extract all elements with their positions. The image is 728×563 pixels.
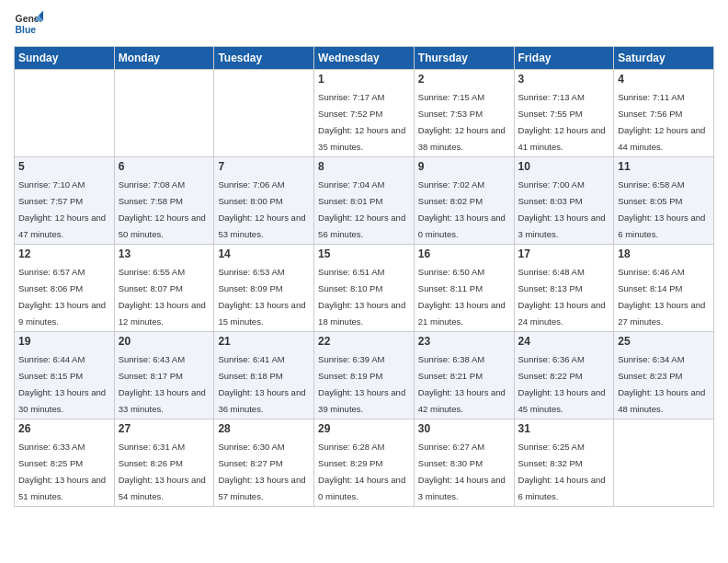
day-cell: 27 Sunrise: 6:31 AMSunset: 8:26 PMDaylig… [114,419,214,507]
weekday-header-monday: Monday [114,47,214,70]
day-info: Sunrise: 6:55 AMSunset: 8:07 PMDaylight:… [119,267,206,327]
day-info: Sunrise: 6:36 AMSunset: 8:22 PMDaylight:… [518,354,606,414]
day-number: 4 [618,73,710,86]
weekday-header-row: SundayMondayTuesdayWednesdayThursdayFrid… [15,47,714,70]
weekday-header-friday: Friday [514,47,614,70]
day-cell: 28 Sunrise: 6:30 AMSunset: 8:27 PMDaylig… [214,419,314,507]
day-number: 10 [518,160,610,173]
day-cell: 14 Sunrise: 6:53 AMSunset: 8:09 PMDaylig… [214,245,314,332]
day-info: Sunrise: 7:11 AMSunset: 7:56 PMDaylight:… [618,92,705,152]
day-number: 9 [418,160,510,173]
day-number: 22 [318,335,410,348]
day-cell: 4 Sunrise: 7:11 AMSunset: 7:56 PMDayligh… [614,70,714,157]
day-number: 3 [518,73,610,86]
logo: General Blue [14,9,43,39]
day-cell [214,70,314,157]
day-info: Sunrise: 6:39 AMSunset: 8:19 PMDaylight:… [318,354,405,414]
day-info: Sunrise: 6:31 AMSunset: 8:26 PMDaylight:… [119,442,206,501]
day-cell [114,70,214,157]
day-info: Sunrise: 6:46 AMSunset: 8:14 PMDaylight:… [618,267,705,327]
day-info: Sunrise: 6:30 AMSunset: 8:27 PMDaylight:… [218,442,305,501]
day-number: 14 [218,247,310,260]
day-info: Sunrise: 7:04 AMSunset: 8:01 PMDaylight:… [318,179,405,239]
day-info: Sunrise: 6:58 AMSunset: 8:05 PMDaylight:… [618,179,705,239]
day-number: 31 [518,422,610,435]
header: General Blue [14,9,714,39]
day-number: 13 [119,247,210,260]
day-number: 7 [218,160,310,173]
day-cell: 20 Sunrise: 6:43 AMSunset: 8:17 PMDaylig… [114,332,214,419]
day-cell: 23 Sunrise: 6:38 AMSunset: 8:21 PMDaylig… [414,332,514,419]
day-cell: 3 Sunrise: 7:13 AMSunset: 7:55 PMDayligh… [514,70,614,157]
day-cell: 19 Sunrise: 6:44 AMSunset: 8:15 PMDaylig… [15,332,115,419]
day-cell: 29 Sunrise: 6:28 AMSunset: 8:29 PMDaylig… [314,419,415,507]
day-number: 16 [418,247,510,260]
day-number: 12 [18,247,110,260]
week-row-4: 19 Sunrise: 6:44 AMSunset: 8:15 PMDaylig… [15,332,714,419]
day-cell: 18 Sunrise: 6:46 AMSunset: 8:14 PMDaylig… [614,245,714,332]
day-number: 23 [418,335,510,348]
day-info: Sunrise: 7:06 AMSunset: 8:00 PMDaylight:… [218,179,305,239]
day-cell [614,419,714,507]
day-cell: 12 Sunrise: 6:57 AMSunset: 8:06 PMDaylig… [15,245,115,332]
day-cell [15,70,115,157]
day-info: Sunrise: 6:44 AMSunset: 8:15 PMDaylight:… [18,354,106,414]
week-row-1: 1 Sunrise: 7:17 AMSunset: 7:52 PMDayligh… [15,70,714,157]
day-info: Sunrise: 6:34 AMSunset: 8:23 PMDaylight:… [618,354,705,414]
day-cell: 24 Sunrise: 6:36 AMSunset: 8:22 PMDaylig… [514,332,614,419]
day-cell: 15 Sunrise: 6:51 AMSunset: 8:10 PMDaylig… [314,245,415,332]
day-info: Sunrise: 7:17 AMSunset: 7:52 PMDaylight:… [318,92,405,152]
day-number: 1 [318,73,410,86]
day-number: 2 [418,73,510,86]
day-number: 21 [218,335,310,348]
logo-icon: General Blue [14,9,43,39]
day-info: Sunrise: 7:02 AMSunset: 8:02 PMDaylight:… [418,179,506,239]
day-cell: 31 Sunrise: 6:25 AMSunset: 8:32 PMDaylig… [514,419,614,507]
day-cell: 8 Sunrise: 7:04 AMSunset: 8:01 PMDayligh… [314,157,415,245]
weekday-header-tuesday: Tuesday [214,47,314,70]
day-cell: 22 Sunrise: 6:39 AMSunset: 8:19 PMDaylig… [314,332,415,419]
day-info: Sunrise: 6:41 AMSunset: 8:18 PMDaylight:… [218,354,305,414]
day-info: Sunrise: 6:57 AMSunset: 8:06 PMDaylight:… [18,267,106,327]
day-cell: 9 Sunrise: 7:02 AMSunset: 8:02 PMDayligh… [414,157,514,245]
week-row-3: 12 Sunrise: 6:57 AMSunset: 8:06 PMDaylig… [15,245,714,332]
weekday-header-sunday: Sunday [15,47,115,70]
day-info: Sunrise: 7:08 AMSunset: 7:58 PMDaylight:… [119,179,206,239]
day-info: Sunrise: 6:53 AMSunset: 8:09 PMDaylight:… [218,267,305,327]
day-cell: 21 Sunrise: 6:41 AMSunset: 8:18 PMDaylig… [214,332,314,419]
day-number: 24 [518,335,610,348]
day-info: Sunrise: 6:25 AMSunset: 8:32 PMDaylight:… [518,442,606,501]
day-number: 20 [119,335,210,348]
day-info: Sunrise: 7:15 AMSunset: 7:53 PMDaylight:… [418,92,506,152]
day-info: Sunrise: 6:28 AMSunset: 8:29 PMDaylight:… [318,442,405,501]
day-number: 27 [119,422,210,435]
day-cell: 17 Sunrise: 6:48 AMSunset: 8:13 PMDaylig… [514,245,614,332]
day-info: Sunrise: 6:50 AMSunset: 8:11 PMDaylight:… [418,267,506,327]
day-info: Sunrise: 6:27 AMSunset: 8:30 PMDaylight:… [418,442,506,501]
day-cell: 7 Sunrise: 7:06 AMSunset: 8:00 PMDayligh… [214,157,314,245]
svg-text:Blue: Blue [16,25,37,35]
weekday-header-saturday: Saturday [614,47,714,70]
day-info: Sunrise: 6:33 AMSunset: 8:25 PMDaylight:… [18,442,106,501]
day-info: Sunrise: 7:10 AMSunset: 7:57 PMDaylight:… [18,179,106,239]
day-number: 25 [618,335,710,348]
day-cell: 25 Sunrise: 6:34 AMSunset: 8:23 PMDaylig… [614,332,714,419]
day-info: Sunrise: 6:43 AMSunset: 8:17 PMDaylight:… [119,354,206,414]
day-cell: 10 Sunrise: 7:00 AMSunset: 8:03 PMDaylig… [514,157,614,245]
day-info: Sunrise: 6:51 AMSunset: 8:10 PMDaylight:… [318,267,405,327]
day-number: 17 [518,247,610,260]
day-cell: 16 Sunrise: 6:50 AMSunset: 8:11 PMDaylig… [414,245,514,332]
weekday-header-thursday: Thursday [414,47,514,70]
day-number: 28 [218,422,310,435]
day-number: 19 [18,335,110,348]
day-number: 29 [318,422,410,435]
day-cell: 1 Sunrise: 7:17 AMSunset: 7:52 PMDayligh… [314,70,415,157]
day-number: 30 [418,422,510,435]
day-cell: 30 Sunrise: 6:27 AMSunset: 8:30 PMDaylig… [414,419,514,507]
day-cell: 11 Sunrise: 6:58 AMSunset: 8:05 PMDaylig… [614,157,714,245]
weekday-header-wednesday: Wednesday [314,47,415,70]
day-info: Sunrise: 6:48 AMSunset: 8:13 PMDaylight:… [518,267,606,327]
day-info: Sunrise: 7:00 AMSunset: 8:03 PMDaylight:… [518,179,606,239]
day-info: Sunrise: 7:13 AMSunset: 7:55 PMDaylight:… [518,92,606,152]
day-number: 6 [119,160,210,173]
